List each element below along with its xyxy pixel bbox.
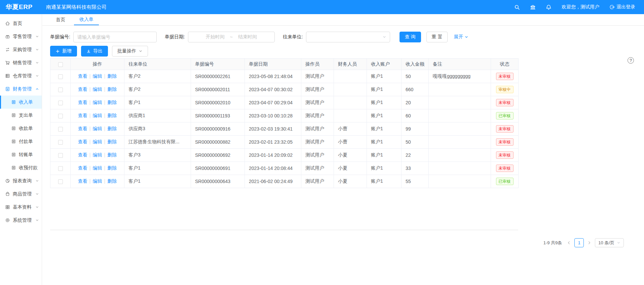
status-cell: 未审核 — [491, 162, 519, 175]
sidebar-item-label: 仓库管理 — [13, 73, 32, 79]
sidebar-item-payment-bill[interactable]: 付款单 — [0, 135, 42, 148]
view-link[interactable]: 查看 — [78, 139, 87, 144]
help-icon[interactable]: ? — [628, 57, 634, 64]
sidebar-item-income-bill[interactable]: 收入单 — [0, 96, 42, 109]
edit-link[interactable]: 编辑 — [93, 165, 102, 171]
delete-link[interactable]: 删除 — [107, 152, 117, 157]
view-link[interactable]: 查看 — [78, 73, 87, 79]
sidebar-item-finance[interactable]: 财务管理 — [0, 82, 42, 96]
bill-date-cell: 2021-06-02 00:24:49 — [245, 175, 301, 188]
doc-icon — [11, 139, 16, 144]
bill-no-label: 单据编号: — [50, 34, 70, 40]
edit-link[interactable]: 编辑 — [93, 73, 102, 79]
row-checkbox[interactable] — [58, 127, 63, 132]
sidebar-item-transfer-bill[interactable]: 转账单 — [0, 148, 42, 161]
bill-no-input[interactable] — [73, 32, 157, 42]
edit-link[interactable]: 编辑 — [93, 152, 102, 157]
column-header-5: 财务人员 — [334, 59, 367, 70]
batch-operation-button[interactable]: 批量操作 — [112, 46, 148, 57]
delete-link[interactable]: 删除 — [107, 86, 117, 92]
delete-link[interactable]: 删除 — [107, 165, 117, 171]
income-amount-cell: 33 — [402, 162, 429, 175]
view-link[interactable]: 查看 — [78, 113, 87, 118]
row-checkbox[interactable] — [58, 153, 63, 158]
delete-link[interactable]: 删除 — [107, 126, 117, 131]
delete-link[interactable]: 删除 — [107, 73, 117, 79]
partner-select[interactable] — [306, 32, 390, 42]
sidebar-item-report[interactable]: 报表查询 — [0, 174, 42, 187]
search-icon[interactable] — [514, 4, 520, 10]
sidebar-item-receipt-bill[interactable]: 收款单 — [0, 122, 42, 135]
row-checkbox[interactable] — [58, 179, 63, 184]
operator-cell: 测试用户 — [301, 83, 334, 96]
add-button[interactable]: 新增 — [50, 46, 77, 57]
sidebar-item-system[interactable]: 系统管理 — [0, 214, 42, 227]
tab-income-bill[interactable]: 收入单 — [74, 14, 99, 25]
delete-link[interactable]: 删除 — [107, 178, 117, 184]
expand-link[interactable]: 展开 — [454, 34, 468, 40]
prev-page-icon[interactable] — [567, 241, 571, 245]
notification-bell-icon[interactable] — [546, 4, 552, 10]
query-button[interactable]: 查 询 — [400, 32, 421, 42]
bill-date-cell: 2023-05-08 21:48:04 — [245, 70, 301, 83]
partner-cell: 客户1 — [124, 96, 191, 109]
app-logo[interactable]: 华夏ERP — [0, 3, 42, 11]
logout-button[interactable]: 退出登录 — [609, 4, 635, 10]
delete-link[interactable]: 删除 — [107, 113, 117, 118]
partner-cell: 客户2 — [124, 83, 191, 96]
edit-link[interactable]: 编辑 — [93, 139, 102, 144]
operator-cell: 测试用户 — [301, 70, 334, 83]
table-row: 查看|编辑|删除客户2SR000000022612023-05-08 21:48… — [50, 70, 519, 83]
sidebar-item-goods[interactable]: 商品管理 — [0, 187, 42, 201]
sidebar-item-home[interactable]: 首页 — [0, 17, 42, 30]
sidebar-item-purchase[interactable]: 采购管理 — [0, 43, 42, 56]
page-number-button[interactable]: 1 — [574, 238, 584, 247]
column-header-2: 单据编号 — [191, 59, 245, 70]
sidebar-item-expense-bill[interactable]: 支出单 — [0, 109, 42, 122]
reset-button[interactable]: 重 置 — [426, 32, 448, 42]
date-range-picker[interactable]: 开始时间 ~ 结束时间 — [188, 32, 275, 42]
view-link[interactable]: 查看 — [78, 152, 87, 157]
actions-cell: 查看|编辑|删除 — [71, 109, 124, 122]
page-size-select[interactable]: 10 条/页 — [595, 238, 624, 247]
platform-bank-icon[interactable] — [530, 4, 536, 10]
status-badge: 已审核 — [496, 112, 514, 119]
row-checkbox[interactable] — [58, 74, 63, 79]
sidebar-item-label: 销售管理 — [13, 60, 32, 66]
row-checkbox[interactable] — [58, 140, 63, 145]
delete-link[interactable]: 删除 — [107, 139, 117, 144]
chevron-down-icon — [139, 49, 143, 53]
edit-link[interactable]: 编辑 — [93, 126, 102, 131]
edit-link[interactable]: 编辑 — [93, 113, 102, 118]
edit-link[interactable]: 编辑 — [93, 86, 102, 92]
view-link[interactable]: 查看 — [78, 165, 87, 171]
row-checkbox[interactable] — [58, 166, 63, 171]
sidebar-item-basic[interactable]: 基本资料 — [0, 201, 42, 214]
sidebar-item-label: 付款单 — [19, 139, 33, 145]
delete-link[interactable]: 删除 — [107, 100, 117, 105]
sidebar-item-advance-receipt[interactable]: 收预付款 — [0, 161, 42, 174]
tab-home[interactable]: 首页 — [50, 14, 71, 25]
pagination: 1-9 共9条 1 10 条/页 — [42, 238, 624, 247]
purchase-icon — [5, 47, 10, 52]
edit-link[interactable]: 编辑 — [93, 100, 102, 105]
view-link[interactable]: 查看 — [78, 86, 87, 92]
edit-link[interactable]: 编辑 — [93, 178, 102, 184]
chevron-down-icon — [35, 192, 39, 196]
sidebar-item-sales[interactable]: 销售管理 — [0, 56, 42, 69]
sidebar-item-warehouse[interactable]: 仓库管理 — [0, 69, 42, 82]
sidebar-item-retail[interactable]: 零售管理 — [0, 30, 42, 43]
row-checkbox[interactable] — [58, 101, 63, 105]
system-icon — [5, 218, 10, 223]
chevron-down-icon — [35, 61, 39, 65]
view-link[interactable]: 查看 — [78, 126, 87, 131]
view-link[interactable]: 查看 — [78, 100, 87, 105]
operator-cell: 测试用户 — [301, 96, 334, 109]
select-all-checkbox[interactable] — [58, 62, 63, 67]
export-button[interactable]: 导出 — [81, 46, 108, 57]
row-checkbox[interactable] — [58, 114, 63, 118]
row-checkbox[interactable] — [58, 87, 63, 92]
next-page-icon[interactable] — [587, 241, 592, 245]
row-select-cell — [50, 162, 71, 175]
view-link[interactable]: 查看 — [78, 178, 87, 184]
